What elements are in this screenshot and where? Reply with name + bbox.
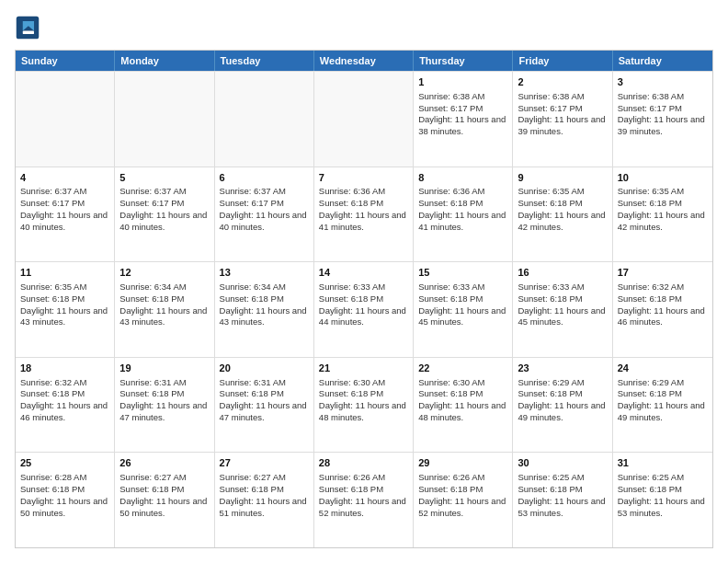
calendar-cell: 24 Sunrise: 6:29 AM Sunset: 6:18 PM Dayl…: [613, 358, 712, 453]
day-number: 22: [418, 362, 507, 375]
calendar-header: SundayMondayTuesdayWednesdayThursdayFrid…: [16, 51, 712, 71]
sunrise-info: Sunrise: 6:35 AM: [20, 282, 109, 293]
calendar-row: 11 Sunrise: 6:35 AM Sunset: 6:18 PM Dayl…: [16, 261, 712, 357]
sunrise-info: Sunrise: 6:38 AM: [518, 91, 607, 103]
day-number: 28: [319, 456, 408, 470]
sunset-info: Sunset: 6:18 PM: [20, 484, 109, 496]
calendar-cell: [314, 72, 414, 167]
sunrise-info: Sunrise: 6:28 AM: [20, 472, 109, 484]
day-number: 15: [418, 266, 507, 280]
daylight-info: Daylight: 11 hours and 53 minutes.: [518, 496, 607, 520]
sunset-info: Sunset: 6:18 PM: [418, 484, 507, 496]
sunrise-info: Sunrise: 6:34 AM: [119, 282, 209, 293]
daylight-info: Daylight: 11 hours and 43 minutes.: [20, 305, 109, 329]
sunset-info: Sunset: 6:18 PM: [220, 388, 309, 400]
sunset-info: Sunset: 6:17 PM: [119, 198, 209, 210]
day-number: 17: [618, 266, 708, 280]
daylight-info: Daylight: 11 hours and 50 minutes.: [119, 496, 209, 520]
sunset-info: Sunset: 6:17 PM: [418, 103, 507, 115]
sunset-info: Sunset: 6:18 PM: [618, 198, 708, 210]
calendar-cell: 9 Sunrise: 6:35 AM Sunset: 6:18 PM Dayli…: [513, 167, 612, 262]
sunrise-info: Sunrise: 6:31 AM: [220, 377, 309, 389]
sunrise-info: Sunrise: 6:25 AM: [618, 472, 708, 484]
calendar-row: 18 Sunrise: 6:32 AM Sunset: 6:18 PM Dayl…: [16, 357, 712, 453]
daylight-info: Daylight: 11 hours and 43 minutes.: [119, 305, 209, 329]
daylight-info: Daylight: 11 hours and 39 minutes.: [518, 114, 607, 138]
sunrise-info: Sunrise: 6:27 AM: [119, 472, 209, 484]
sunrise-info: Sunrise: 6:38 AM: [618, 91, 708, 103]
calendar-cell: [16, 72, 115, 167]
page: SundayMondayTuesdayWednesdayThursdayFrid…: [0, 0, 728, 563]
calendar-cell: 30 Sunrise: 6:25 AM Sunset: 6:18 PM Dayl…: [513, 453, 612, 547]
calendar-cell: 20 Sunrise: 6:31 AM Sunset: 6:18 PM Dayl…: [215, 358, 314, 453]
weekday-header: Thursday: [414, 51, 513, 71]
daylight-info: Daylight: 11 hours and 47 minutes.: [220, 400, 309, 424]
logo: [15, 15, 44, 40]
sunrise-info: Sunrise: 6:31 AM: [119, 377, 209, 389]
calendar-row: 1 Sunrise: 6:38 AM Sunset: 6:17 PM Dayli…: [16, 71, 712, 167]
sunset-info: Sunset: 6:18 PM: [20, 293, 109, 305]
calendar-cell: 31 Sunrise: 6:25 AM Sunset: 6:18 PM Dayl…: [613, 453, 712, 547]
day-number: 4: [20, 171, 109, 185]
calendar-cell: 7 Sunrise: 6:36 AM Sunset: 6:18 PM Dayli…: [314, 167, 414, 262]
calendar-cell: 27 Sunrise: 6:27 AM Sunset: 6:18 PM Dayl…: [215, 453, 314, 547]
day-number: 26: [119, 456, 209, 470]
sunrise-info: Sunrise: 6:29 AM: [518, 377, 607, 389]
daylight-info: Daylight: 11 hours and 45 minutes.: [518, 305, 607, 329]
daylight-info: Daylight: 11 hours and 44 minutes.: [319, 305, 408, 329]
svg-rect-0: [17, 17, 40, 40]
daylight-info: Daylight: 11 hours and 40 minutes.: [119, 210, 209, 234]
weekday-header: Saturday: [613, 51, 712, 71]
day-number: 16: [518, 266, 607, 280]
sunrise-info: Sunrise: 6:33 AM: [319, 282, 408, 293]
sunset-info: Sunset: 6:17 PM: [618, 103, 708, 115]
calendar-cell: 17 Sunrise: 6:32 AM Sunset: 6:18 PM Dayl…: [613, 262, 712, 357]
sunrise-info: Sunrise: 6:30 AM: [418, 377, 507, 389]
calendar-cell: 10 Sunrise: 6:35 AM Sunset: 6:18 PM Dayl…: [613, 167, 712, 262]
calendar-cell: 26 Sunrise: 6:27 AM Sunset: 6:18 PM Dayl…: [115, 453, 214, 547]
calendar-cell: 11 Sunrise: 6:35 AM Sunset: 6:18 PM Dayl…: [16, 262, 115, 357]
sunrise-info: Sunrise: 6:36 AM: [319, 186, 408, 198]
sunset-info: Sunset: 6:18 PM: [119, 388, 209, 400]
day-number: 13: [220, 266, 309, 280]
daylight-info: Daylight: 11 hours and 43 minutes.: [220, 305, 309, 329]
sunset-info: Sunset: 6:18 PM: [319, 388, 408, 400]
sunrise-info: Sunrise: 6:26 AM: [319, 472, 408, 484]
calendar-cell: 29 Sunrise: 6:26 AM Sunset: 6:18 PM Dayl…: [414, 453, 513, 547]
sunrise-info: Sunrise: 6:32 AM: [20, 377, 109, 389]
calendar-cell: 16 Sunrise: 6:33 AM Sunset: 6:18 PM Dayl…: [513, 262, 612, 357]
sunset-info: Sunset: 6:18 PM: [618, 293, 708, 305]
sunrise-info: Sunrise: 6:30 AM: [319, 377, 408, 389]
calendar-cell: [115, 72, 214, 167]
calendar-cell: 2 Sunrise: 6:38 AM Sunset: 6:17 PM Dayli…: [513, 72, 612, 167]
sunrise-info: Sunrise: 6:26 AM: [418, 472, 507, 484]
day-number: 30: [518, 456, 607, 470]
weekday-header: Sunday: [16, 51, 115, 71]
sunrise-info: Sunrise: 6:37 AM: [119, 186, 209, 198]
calendar-cell: 19 Sunrise: 6:31 AM Sunset: 6:18 PM Dayl…: [115, 358, 214, 453]
daylight-info: Daylight: 11 hours and 40 minutes.: [220, 210, 309, 234]
daylight-info: Daylight: 11 hours and 42 minutes.: [518, 210, 607, 234]
daylight-info: Daylight: 11 hours and 46 minutes.: [20, 400, 109, 424]
day-number: 1: [418, 75, 507, 89]
day-number: 5: [119, 171, 209, 185]
sunset-info: Sunset: 6:18 PM: [418, 198, 507, 210]
day-number: 11: [20, 266, 109, 280]
weekday-header: Monday: [115, 51, 214, 71]
calendar-body: 1 Sunrise: 6:38 AM Sunset: 6:17 PM Dayli…: [16, 71, 712, 547]
day-number: 9: [518, 171, 607, 185]
daylight-info: Daylight: 11 hours and 49 minutes.: [618, 400, 708, 424]
calendar-cell: 22 Sunrise: 6:30 AM Sunset: 6:18 PM Dayl…: [414, 358, 513, 453]
sunrise-info: Sunrise: 6:37 AM: [20, 186, 109, 198]
sunset-info: Sunset: 6:17 PM: [518, 103, 607, 115]
sunset-info: Sunset: 6:18 PM: [319, 293, 408, 305]
daylight-info: Daylight: 11 hours and 53 minutes.: [618, 496, 708, 520]
calendar-cell: 25 Sunrise: 6:28 AM Sunset: 6:18 PM Dayl…: [16, 453, 115, 547]
calendar: SundayMondayTuesdayWednesdayThursdayFrid…: [15, 50, 713, 548]
calendar-cell: 12 Sunrise: 6:34 AM Sunset: 6:18 PM Dayl…: [115, 262, 214, 357]
daylight-info: Daylight: 11 hours and 49 minutes.: [518, 400, 607, 424]
sunrise-info: Sunrise: 6:32 AM: [618, 282, 708, 293]
sunset-info: Sunset: 6:18 PM: [518, 388, 607, 400]
calendar-cell: 3 Sunrise: 6:38 AM Sunset: 6:17 PM Dayli…: [613, 72, 712, 167]
calendar-cell: 6 Sunrise: 6:37 AM Sunset: 6:17 PM Dayli…: [215, 167, 314, 262]
